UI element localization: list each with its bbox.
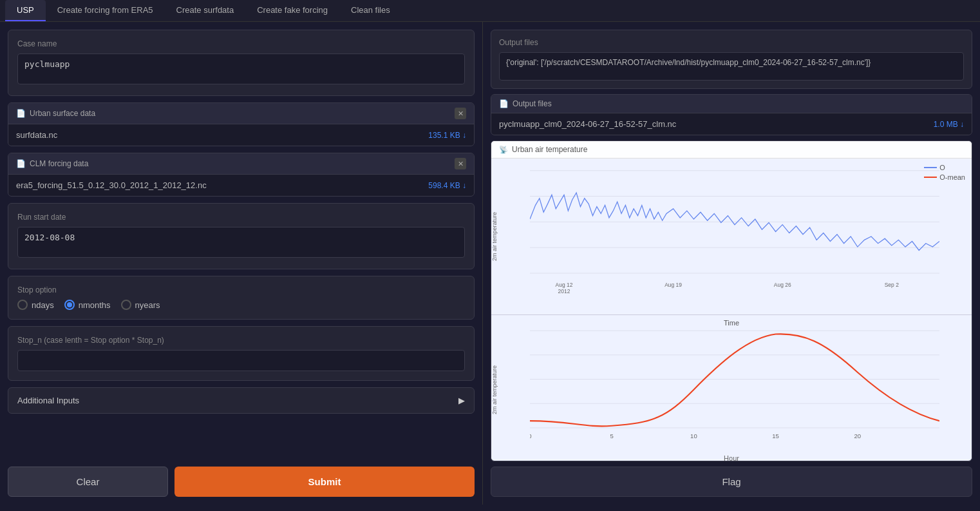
- left-panel: Case name 📄 Urban surface data ✕ surfdat…: [0, 22, 483, 505]
- output-filesize[interactable]: 1.0 MB ↓: [934, 120, 964, 129]
- clm-forcing-label: CLM forcing data: [30, 159, 88, 168]
- stop-n-input[interactable]: 1: [17, 350, 465, 371]
- chevron-right-icon: ▶: [458, 396, 465, 405]
- chart-bottom-title: Time: [724, 319, 739, 327]
- tab-create-surfdata[interactable]: Create surfdata: [165, 0, 246, 21]
- chart-body: O O-mean: [491, 159, 972, 459]
- case-name-section: Case name: [8, 30, 475, 96]
- top-nav: USP Create forcing from ERA5 Create surf…: [0, 0, 980, 22]
- additional-inputs-header[interactable]: Additional Inputs ▶: [8, 387, 475, 414]
- clm-file-icon: 📄: [16, 159, 26, 168]
- clm-forcing-filename: era5_forcing_51.5_0.12_30.0_2012_1_2012_…: [16, 180, 207, 190]
- legend-o: O: [924, 164, 965, 171]
- tab-create-forcing[interactable]: Create forcing from ERA5: [46, 0, 165, 21]
- output-files-value-1: {'original': ['/p/scratch/CESMDATAROOT/A…: [499, 52, 964, 81]
- chart-top-y-label: 2m air temperature: [491, 212, 498, 261]
- chart-bottom-x-label: Hour: [724, 454, 739, 461]
- output-file-icon: 📄: [499, 99, 509, 108]
- stop-option-label: Stop option: [17, 285, 465, 294]
- clm-forcing-header: 📄 CLM forcing data ✕: [8, 153, 474, 175]
- urban-surface-close-button[interactable]: ✕: [455, 108, 466, 119]
- svg-text:Sep 2: Sep 2: [885, 282, 899, 288]
- radio-nyears-circle: [121, 300, 131, 310]
- output-file-row: pyclmuapp_clm0_2024-06-27_16-52-57_clm.n…: [491, 113, 972, 135]
- svg-text:20: 20: [854, 432, 861, 439]
- svg-text:2012: 2012: [558, 288, 570, 294]
- radio-ndays-label: ndays: [32, 300, 54, 310]
- clear-button[interactable]: Clear: [8, 467, 168, 497]
- chart-bottom-y-label: 2m air temperature: [491, 365, 498, 414]
- wifi-icon: 📡: [499, 146, 508, 154]
- chart-top-legend: O O-mean: [924, 164, 965, 181]
- svg-text:Aug 12: Aug 12: [556, 282, 573, 288]
- run-start-input[interactable]: [17, 227, 465, 258]
- radio-nmonths[interactable]: nmonths: [64, 300, 111, 310]
- chart-top: O O-mean: [491, 159, 972, 314]
- radio-nmonths-circle: [64, 300, 75, 310]
- legend-o-line: [924, 167, 937, 168]
- clm-forcing-close-button[interactable]: ✕: [455, 158, 466, 169]
- stop-option-row: ndays nmonths nyears: [17, 300, 465, 310]
- submit-button[interactable]: Submit: [174, 467, 475, 497]
- chart-container: 📡 Urban air temperature O O-mean: [491, 140, 972, 461]
- svg-text:Aug 19: Aug 19: [664, 282, 682, 288]
- file-icon: 📄: [16, 109, 26, 118]
- legend-omean-label: O-mean: [939, 173, 965, 181]
- chart-top-svg: 300 295 290 285 280 Aug 12 2012 Aug 19 A…: [530, 164, 939, 295]
- urban-surface-file-row: surfdata.nc 135.1 KB ↓: [8, 124, 474, 146]
- legend-omean: O-mean: [924, 173, 965, 181]
- case-name-input[interactable]: [17, 53, 465, 84]
- chart-header: 📡 Urban air temperature: [491, 141, 972, 159]
- tab-clean-files[interactable]: Clean files: [339, 0, 402, 21]
- output-filename: pyclmuapp_clm0_2024-06-27_16-52-57_clm.n…: [499, 119, 676, 129]
- case-name-label: Case name: [17, 39, 465, 48]
- urban-surface-filesize[interactable]: 135.1 KB ↓: [428, 131, 466, 140]
- tab-create-fake-forcing[interactable]: Create fake forcing: [245, 0, 339, 21]
- stop-option-section: Stop option ndays nmonths nyears: [8, 276, 475, 320]
- svg-text:10: 10: [690, 432, 697, 439]
- radio-nyears[interactable]: nyears: [121, 300, 160, 310]
- legend-o-label: O: [939, 164, 945, 171]
- radio-nmonths-dot: [67, 302, 72, 307]
- output-files-header-2: 📄 Output files: [491, 95, 972, 113]
- urban-surface-filename: surfdata.nc: [16, 130, 57, 140]
- additional-inputs-label: Additional Inputs: [17, 396, 79, 405]
- stop-n-label: Stop_n (case lenth = Stop option * Stop_…: [17, 336, 465, 345]
- svg-text:Aug 26: Aug 26: [774, 282, 791, 288]
- output-files-label-2: Output files: [513, 99, 552, 108]
- legend-omean-line: [924, 177, 937, 178]
- output-files-label-1: Output files: [499, 38, 964, 47]
- urban-surface-header: 📄 Urban surface data ✕: [8, 103, 474, 124]
- run-start-section: Run start date: [8, 203, 475, 269]
- run-start-label: Run start date: [17, 213, 465, 222]
- tab-usp[interactable]: USP: [5, 0, 46, 21]
- action-buttons: Clear Submit: [8, 467, 475, 497]
- right-panel: Output files {'original': ['/p/scratch/C…: [483, 22, 980, 505]
- radio-ndays[interactable]: ndays: [17, 300, 54, 310]
- radio-ndays-circle: [17, 300, 28, 310]
- radio-nyears-label: nyears: [135, 300, 160, 310]
- clm-forcing-section: 📄 CLM forcing data ✕ era5_forcing_51.5_0…: [8, 153, 475, 197]
- urban-surface-label: Urban surface data: [30, 109, 95, 118]
- svg-text:0: 0: [530, 432, 532, 439]
- output-files-section-1: Output files {'original': ['/p/scratch/C…: [491, 30, 972, 89]
- chart-title: Urban air temperature: [512, 145, 587, 154]
- flag-button[interactable]: Flag: [491, 467, 972, 497]
- svg-text:15: 15: [772, 432, 779, 439]
- stop-n-section: Stop_n (case lenth = Stop option * Stop_…: [8, 326, 475, 381]
- clm-forcing-file-row: era5_forcing_51.5_0.12_30.0_2012_1_2012_…: [8, 175, 474, 196]
- urban-surface-section: 📄 Urban surface data ✕ surfdata.nc 135.1…: [8, 102, 475, 146]
- radio-nmonths-label: nmonths: [79, 300, 111, 310]
- main-layout: Case name 📄 Urban surface data ✕ surfdat…: [0, 22, 980, 505]
- chart-bottom: Time 296 294 292 290 288: [491, 314, 972, 461]
- output-files-section-2: 📄 Output files pyclmuapp_clm0_2024-06-27…: [491, 94, 972, 135]
- chart-bottom-svg: 296 294 292 290 288 0 5 10 15 20: [530, 320, 939, 442]
- clm-forcing-filesize[interactable]: 598.4 KB ↓: [428, 181, 466, 190]
- svg-text:5: 5: [610, 432, 614, 439]
